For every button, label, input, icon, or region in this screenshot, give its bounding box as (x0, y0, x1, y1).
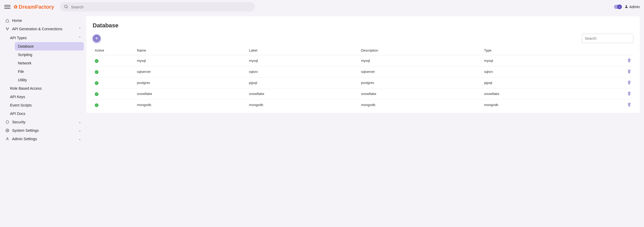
search-icon (64, 4, 68, 10)
col-type[interactable]: Type (482, 46, 594, 55)
chevron-up-icon: ⌃ (78, 36, 81, 40)
cell-label: snowflake (247, 88, 359, 99)
table-row[interactable]: ✓postgrespgsqlpostgrespgsql (93, 77, 633, 88)
nav-label: System Settings (12, 128, 39, 133)
table-row[interactable]: ✓mysqlmysqlmysqlmysql (93, 55, 633, 66)
active-status-icon: ✓ (95, 103, 98, 107)
cell-description: mongodb (359, 99, 482, 110)
cell-type: pgsql (482, 77, 594, 88)
svg-point-0 (65, 5, 67, 8)
nav-role-based-access[interactable]: Role Based Access (7, 84, 84, 93)
nav-label: File (18, 69, 24, 74)
nav-label: Role Based Access (10, 86, 42, 90)
admin-icon (5, 137, 9, 141)
nav-label: API Generation & Connections (12, 27, 62, 31)
nav-label: Utility (18, 78, 27, 82)
col-description[interactable]: Description (359, 46, 482, 55)
nav-label: Security (12, 120, 26, 124)
nav-label: Scripting (18, 53, 32, 57)
trash-icon (627, 80, 631, 85)
theme-toggle[interactable]: ✓ (614, 5, 622, 9)
cell-description: mysql (359, 55, 482, 66)
nav-label: API Docs (10, 112, 25, 116)
nav-event-scripts[interactable]: Event Scripts (7, 101, 84, 109)
user-icon (625, 5, 628, 9)
cell-type: mongodb (482, 99, 594, 110)
cell-description: snowflake (359, 88, 482, 99)
active-status-icon: ✓ (95, 92, 98, 96)
nav-api-type-scripting[interactable]: Scripting (15, 51, 84, 59)
delete-button[interactable] (627, 69, 631, 74)
sidebar: Home API Generation & Connections ⌃ API … (0, 14, 86, 148)
nav-label: API Keys (10, 95, 25, 99)
nav-api-docs[interactable]: API Docs (7, 109, 84, 118)
cell-label: pgsql (247, 77, 359, 88)
gear-icon (5, 129, 9, 132)
cell-name: mongodb (135, 99, 247, 110)
chevron-down-icon: ⌄ (78, 137, 81, 141)
cell-name: sqlserver (135, 66, 247, 77)
nav-label: Admin Settings (12, 137, 37, 141)
table-row[interactable]: ✓snowflakesnowflakesnowflakesnowflake (93, 88, 633, 99)
nav-api-keys[interactable]: API Keys (7, 93, 84, 101)
nav-admin-settings[interactable]: Admin Settings ⌄ (3, 135, 84, 143)
home-icon (5, 19, 9, 22)
nav-api-types[interactable]: API Types ⌃ (7, 34, 84, 42)
delete-button[interactable] (627, 58, 631, 63)
add-button[interactable]: + (93, 34, 101, 42)
nav-api-generation[interactable]: API Generation & Connections ⌃ (3, 25, 84, 33)
nav-home[interactable]: Home (3, 16, 84, 25)
page-title: Database (93, 22, 633, 29)
table-search-input[interactable] (582, 34, 633, 43)
nav-api-type-file[interactable]: File (15, 67, 84, 76)
delete-button[interactable] (627, 80, 631, 85)
trash-icon (627, 91, 631, 97)
global-search[interactable] (60, 2, 255, 12)
admin-menu[interactable]: Admin (625, 5, 640, 9)
trash-icon (627, 58, 631, 63)
col-name[interactable]: Name (135, 46, 247, 55)
nav-api-type-database[interactable]: Database (15, 42, 84, 51)
nav-api-type-network[interactable]: Network (15, 59, 84, 67)
svg-point-2 (626, 5, 627, 7)
svg-line-1 (67, 7, 68, 8)
admin-label: Admin (629, 5, 640, 9)
nav-label: Network (18, 61, 31, 65)
nav-system-settings[interactable]: System Settings ⌄ (3, 126, 84, 135)
active-status-icon: ✓ (95, 81, 98, 85)
cell-label: sqlsrv (247, 66, 359, 77)
cell-type: snowflake (482, 88, 594, 99)
chevron-down-icon: ⌄ (78, 129, 81, 132)
cell-label: mysql (247, 55, 359, 66)
chevron-up-icon: ⌃ (78, 27, 81, 31)
delete-button[interactable] (627, 91, 631, 97)
plus-icon: + (95, 36, 98, 42)
svg-point-7 (7, 138, 8, 139)
nav-label: API Types (10, 36, 27, 40)
database-table: Active Name Label Description Type ✓mysq… (93, 46, 633, 110)
nav-security[interactable]: Security ⌄ (3, 118, 84, 126)
menu-toggle-button[interactable] (4, 4, 11, 10)
cell-label: mongodb (247, 99, 359, 110)
logo-text: DreamFactory (19, 4, 54, 10)
col-actions (594, 46, 633, 55)
col-active[interactable]: Active (93, 46, 135, 55)
global-search-input[interactable] (71, 5, 251, 9)
svg-point-4 (8, 28, 8, 28)
check-icon: ✓ (617, 4, 622, 9)
nav-api-type-utility[interactable]: Utility (15, 76, 84, 84)
table-row[interactable]: ✓mongodbmongodbmongodbmongodb (93, 99, 633, 110)
svg-point-3 (6, 28, 7, 28)
table-row[interactable]: ✓sqlserversqlsrvsqlserversqlsrv (93, 66, 633, 77)
col-label[interactable]: Label (247, 46, 359, 55)
active-status-icon: ✓ (95, 59, 98, 63)
cell-name: snowflake (135, 88, 247, 99)
trash-icon (627, 69, 631, 74)
active-status-icon: ✓ (95, 70, 98, 74)
logo[interactable]: ✿ DreamFactory (14, 4, 54, 10)
cell-name: mysql (135, 55, 247, 66)
trash-icon (627, 102, 631, 108)
database-panel: Database + Active Name Label Description… (86, 16, 640, 113)
delete-button[interactable] (627, 102, 631, 108)
svg-point-6 (7, 130, 8, 131)
